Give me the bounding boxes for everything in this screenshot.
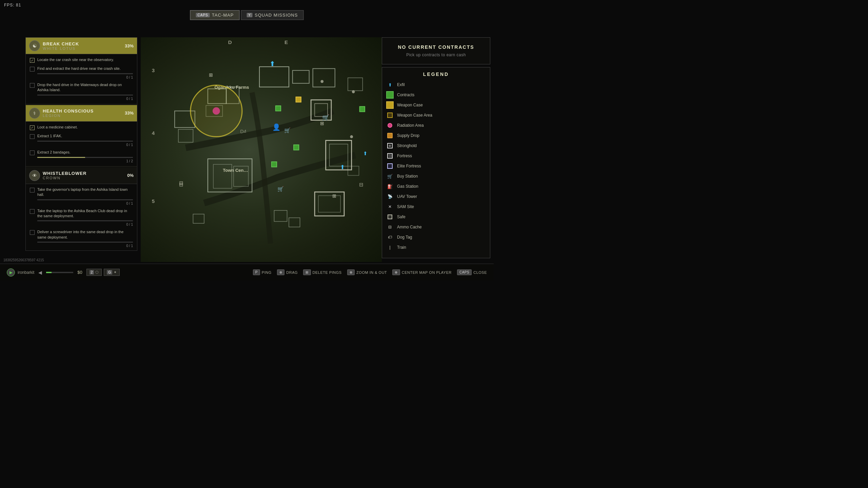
legend-label-sam-site: SAM Site bbox=[397, 204, 414, 209]
gas-station-icon: ⛽ bbox=[386, 183, 394, 190]
zoom-key: ⊕ bbox=[347, 269, 355, 275]
svg-rect-23 bbox=[234, 166, 248, 186]
task-checkbox bbox=[30, 230, 35, 235]
legend-item-buy-station: 🛒 Buy Station bbox=[386, 172, 486, 180]
svg-rect-26 bbox=[193, 214, 204, 223]
squad-key: Y bbox=[246, 13, 253, 17]
legend-label-elite-fortress: Elite Fortress bbox=[397, 164, 421, 168]
legend-label-uav-tower: UAV Tower bbox=[397, 194, 417, 199]
mission-break-check-name: BREAK CHECK bbox=[43, 41, 122, 46]
task-checkbox bbox=[30, 134, 35, 139]
task-progress-label: 0 / 1 bbox=[26, 244, 137, 248]
svg-text:5: 5 bbox=[152, 198, 155, 204]
no-contracts-box: NO CURRENT CONTRACTS Pick up contracts t… bbox=[382, 37, 490, 64]
xp-bar bbox=[46, 272, 52, 273]
svg-rect-25 bbox=[318, 196, 340, 212]
slot-badge-2[interactable]: G ✦ bbox=[104, 269, 120, 276]
map-overlay: D E 3 4 5 Ōganikku Farms Town Cen… D4 bbox=[141, 37, 382, 262]
task-progress-label: 0 / 1 bbox=[26, 223, 137, 226]
delete-pings-button[interactable]: ⊞ DELETE PINGS bbox=[303, 269, 342, 275]
svg-rect-38 bbox=[272, 162, 277, 167]
svg-text:👤: 👤 bbox=[272, 123, 281, 131]
legend-label-weapon-case-area: Weapon Case Area bbox=[397, 113, 432, 118]
drag-label: DRAG bbox=[286, 270, 298, 274]
svg-text:⊞: ⊞ bbox=[209, 72, 213, 78]
close-label: CLOSE bbox=[473, 270, 487, 274]
svg-rect-29 bbox=[348, 166, 359, 175]
center-map-label: CENTER MAP ON PLAYER bbox=[402, 270, 452, 274]
task-text: Extract 2 bandages. bbox=[37, 150, 133, 155]
xp-bar-container bbox=[46, 272, 73, 273]
slot-key-1: 2 bbox=[90, 270, 94, 274]
task-item: Drop the hard drive in the Waterways dea… bbox=[26, 81, 137, 95]
legend-item-fortress: ⬛ Fortress bbox=[386, 152, 486, 160]
drag-button[interactable]: ⊕ DRAG bbox=[277, 269, 298, 275]
legend-label-train: Train bbox=[397, 245, 406, 250]
legend-label-radiation: Radiation Area bbox=[397, 123, 424, 128]
close-button[interactable]: CAPS CLOSE bbox=[457, 269, 487, 275]
svg-rect-28 bbox=[289, 218, 300, 227]
svg-text:D4: D4 bbox=[240, 129, 246, 134]
mission-break-check-icon: ☯ bbox=[29, 40, 40, 51]
task-checkbox bbox=[30, 188, 35, 192]
legend-label-weapon-case: Weapon Case bbox=[397, 103, 423, 107]
task-progress-bar bbox=[37, 220, 133, 221]
legend-label-ammo-cache: Ammo Cache bbox=[397, 225, 422, 229]
player-avatar: ▶ bbox=[7, 268, 15, 277]
legend-item-elite-fortress: Elite Fortress bbox=[386, 162, 486, 170]
task-checkbox: ✓ bbox=[30, 58, 35, 63]
slot-badge-1[interactable]: 2 ⬡ bbox=[86, 269, 102, 276]
svg-text:⊟: ⊟ bbox=[359, 182, 363, 187]
ammo-cache-icon: ⊟ bbox=[386, 223, 394, 231]
svg-rect-27 bbox=[274, 210, 287, 222]
task-checkbox bbox=[30, 209, 35, 214]
tac-map[interactable]: D E 3 4 5 Ōganikku Farms Town Cen… D4 bbox=[141, 37, 382, 262]
bottom-left: ▶ ironbarkit ◀ $0 2 ⬡ G ✦ bbox=[7, 268, 120, 277]
contracts-icon bbox=[386, 91, 394, 99]
right-panel: NO CURRENT CONTRACTS Pick up contracts t… bbox=[382, 37, 490, 258]
svg-text:E: E bbox=[284, 39, 288, 45]
missions-panel: ☯ BREAK CHECK WHITE LOTUS 33% ✓ Locate t… bbox=[25, 37, 137, 251]
task-progress-bar bbox=[37, 95, 133, 96]
legend-item-ammo-cache: ⊟ Ammo Cache bbox=[386, 223, 486, 231]
legend-label-fortress: Fortress bbox=[397, 154, 412, 158]
task-item: ✓ Loot a medicine cabinet. bbox=[26, 123, 137, 132]
legend-label-stronghold: Stronghold bbox=[397, 143, 417, 148]
train-icon: | bbox=[386, 244, 394, 251]
bottom-bar: ▶ ironbarkit ◀ $0 2 ⬡ G ✦ P PING ⊕ DRAG bbox=[0, 264, 494, 281]
svg-point-53 bbox=[350, 135, 353, 138]
legend-item-sam-site: ✕ SAM Site bbox=[386, 203, 486, 210]
mission-whistleblower-faction: CROWN bbox=[43, 176, 124, 180]
radiation-area-icon bbox=[386, 122, 394, 129]
task-progress-label: 0 / 1 bbox=[26, 143, 137, 147]
center-map-button[interactable]: ⊕ CENTER MAP ON PLAYER bbox=[392, 269, 452, 275]
bottom-controls: P PING ⊕ DRAG ⊞ DELETE PINGS ⊕ ZOOM IN &… bbox=[253, 269, 487, 275]
map-background: D E 3 4 5 Ōganikku Farms Town Cen… D4 bbox=[141, 37, 382, 262]
mission-whistleblower-name: WHISTLEBLOWER bbox=[43, 171, 124, 176]
delete-pings-key: ⊞ bbox=[303, 269, 311, 275]
task-checkbox bbox=[30, 67, 35, 72]
elite-fortress-icon bbox=[386, 162, 394, 170]
mission-health-conscious: ⚕ HEALTH CONSCIOUS LEGION 33% ✓ Loot a m… bbox=[26, 105, 137, 166]
task-progress-label: 0 / 1 bbox=[26, 202, 137, 205]
slot-key-2: G bbox=[107, 270, 112, 274]
svg-rect-12 bbox=[315, 104, 328, 117]
legend-item-weapon-case: Weapon Case bbox=[386, 101, 486, 109]
mission-whistleblower-pct: 0% bbox=[127, 173, 134, 178]
task-item: ✓ Locate the car crash site near the obs… bbox=[26, 56, 137, 64]
zoom-button[interactable]: ⊕ ZOOM IN & OUT bbox=[347, 269, 387, 275]
tac-map-button[interactable]: CAPS TAC-MAP bbox=[190, 10, 240, 20]
mission-break-check-tasks: ✓ Locate the car crash site near the obs… bbox=[26, 54, 137, 103]
volume-icon[interactable]: ◀ bbox=[38, 270, 42, 275]
tac-map-label: TAC-MAP bbox=[212, 13, 234, 18]
slot-icons: 2 ⬡ G ✦ bbox=[86, 269, 120, 276]
ping-button[interactable]: P PING bbox=[253, 269, 272, 275]
svg-text:🛒: 🛒 bbox=[284, 127, 291, 134]
squad-missions-button[interactable]: Y SQUAD MISSIONS bbox=[241, 10, 303, 20]
drag-key: ⊕ bbox=[277, 269, 285, 275]
legend-item-train: | Train bbox=[386, 244, 486, 251]
legend-item-uav-tower: 📡 UAV Tower bbox=[386, 193, 486, 200]
task-text: Loot a medicine cabinet. bbox=[37, 125, 133, 130]
task-text: Locate the car crash site near the obser… bbox=[37, 57, 133, 62]
task-item: Find and extract the hard drive near the… bbox=[26, 64, 137, 73]
